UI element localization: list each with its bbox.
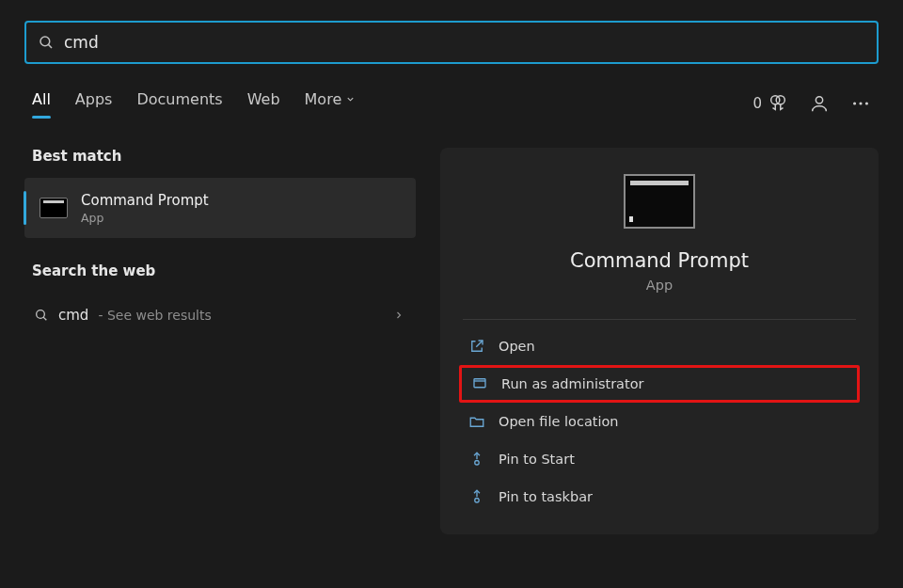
svg-point-11 xyxy=(475,461,480,466)
chevron-right-icon xyxy=(393,310,404,321)
search-icon xyxy=(34,308,49,323)
tab-apps[interactable]: Apps xyxy=(75,90,113,116)
svg-point-6 xyxy=(859,102,862,104)
svg-point-4 xyxy=(816,96,822,103)
svg-point-3 xyxy=(776,95,784,103)
divider xyxy=(463,319,856,320)
action-pin-to-taskbar[interactable]: Pin to taskbar xyxy=(459,478,860,516)
pin-icon xyxy=(468,451,485,468)
svg-point-7 xyxy=(865,102,868,104)
rewards-count: 0 xyxy=(752,95,762,112)
action-open-label: Open xyxy=(499,339,535,354)
search-box[interactable] xyxy=(24,21,879,64)
detail-app-icon xyxy=(624,174,695,229)
svg-point-5 xyxy=(853,102,856,104)
results-column: Best match Command Prompt App Search the… xyxy=(24,148,416,534)
folder-icon xyxy=(468,413,485,430)
best-match-result[interactable]: Command Prompt App xyxy=(24,178,416,238)
action-pin-to-start[interactable]: Pin to Start xyxy=(459,440,860,478)
tab-documents[interactable]: Documents xyxy=(136,90,222,116)
best-match-subtitle: App xyxy=(81,211,209,225)
account-icon[interactable] xyxy=(809,93,830,114)
web-result-query: cmd xyxy=(58,307,88,324)
rewards-icon xyxy=(768,93,788,114)
action-open-file-location[interactable]: Open file location xyxy=(459,403,860,440)
action-pin-start-label: Pin to Start xyxy=(499,452,575,467)
detail-title: Command Prompt xyxy=(570,249,749,272)
svg-point-8 xyxy=(37,310,45,319)
best-match-title: Command Prompt xyxy=(81,192,209,209)
tab-more-label: More xyxy=(305,90,342,108)
web-result[interactable]: cmd - See web results xyxy=(24,293,416,338)
search-web-header: Search the web xyxy=(32,262,416,279)
tab-web[interactable]: Web xyxy=(247,90,280,116)
search-icon xyxy=(38,34,55,51)
best-match-header: Best match xyxy=(32,148,416,165)
shield-icon xyxy=(471,375,488,392)
action-run-admin-label: Run as administrator xyxy=(501,376,644,391)
action-pin-taskbar-label: Pin to taskbar xyxy=(499,489,593,504)
tab-all[interactable]: All xyxy=(32,90,51,116)
svg-line-1 xyxy=(48,44,52,48)
detail-subtitle: App xyxy=(646,278,673,293)
action-open[interactable]: Open xyxy=(459,327,860,365)
svg-point-12 xyxy=(475,499,480,503)
rewards-button[interactable]: 0 xyxy=(752,93,788,114)
open-icon xyxy=(468,338,485,355)
svg-point-0 xyxy=(40,37,50,46)
pin-icon xyxy=(468,488,485,505)
more-options-icon[interactable] xyxy=(850,93,871,114)
chevron-down-icon xyxy=(345,94,356,104)
svg-line-9 xyxy=(43,317,46,320)
search-input[interactable] xyxy=(64,33,865,52)
web-result-desc: - See web results xyxy=(98,308,211,323)
command-prompt-icon xyxy=(40,198,68,218)
action-run-as-administrator[interactable]: Run as administrator xyxy=(459,365,860,403)
svg-rect-10 xyxy=(474,379,485,388)
detail-pane: Command Prompt App Open Run as administr… xyxy=(440,148,879,534)
filter-row: All Apps Documents Web More 0 xyxy=(24,90,879,116)
action-open-location-label: Open file location xyxy=(499,414,619,429)
tab-more[interactable]: More xyxy=(305,90,356,116)
